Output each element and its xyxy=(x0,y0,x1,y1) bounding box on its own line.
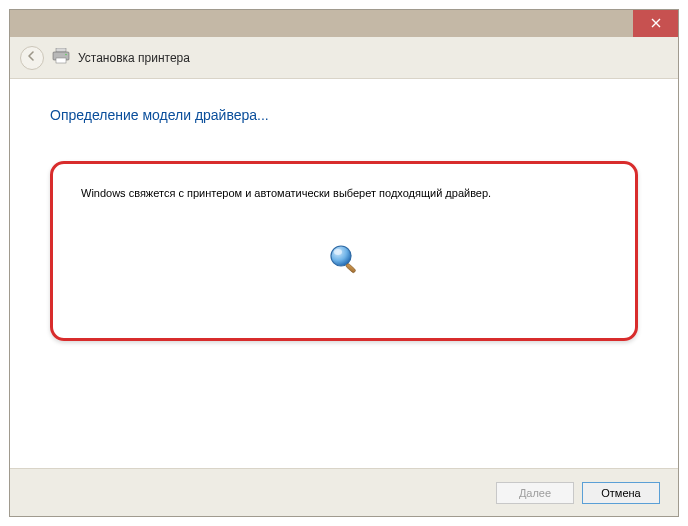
svg-point-4 xyxy=(331,246,351,266)
page-heading: Определение модели драйвера... xyxy=(50,107,638,123)
next-button-label: Далее xyxy=(519,487,551,499)
window-title: Установка принтера xyxy=(78,51,190,65)
svg-point-3 xyxy=(65,54,67,56)
search-progress-icon-wrap xyxy=(81,243,607,278)
svg-rect-0 xyxy=(56,48,66,52)
title-bar xyxy=(10,10,678,37)
svg-point-5 xyxy=(334,249,342,255)
status-text: Windows свяжется с принтером и автоматич… xyxy=(81,186,501,201)
cancel-button-label: Отмена xyxy=(601,487,640,499)
close-button[interactable] xyxy=(633,10,678,37)
header-band: Установка принтера xyxy=(10,37,678,79)
back-arrow-icon xyxy=(26,50,38,65)
window-frame: Установка принтера Определение модели др… xyxy=(9,9,679,517)
content-area: Определение модели драйвера... Windows с… xyxy=(10,79,678,341)
footer-band: Далее Отмена xyxy=(10,468,678,516)
svg-rect-6 xyxy=(345,263,356,273)
magnifier-search-icon xyxy=(327,243,361,278)
next-button: Далее xyxy=(496,482,574,504)
cancel-button[interactable]: Отмена xyxy=(582,482,660,504)
highlight-annotation-box: Windows свяжется с принтером и автоматич… xyxy=(50,161,638,341)
back-button[interactable] xyxy=(20,46,44,70)
close-icon xyxy=(651,17,661,31)
svg-rect-2 xyxy=(56,58,66,63)
printer-icon xyxy=(52,48,70,67)
